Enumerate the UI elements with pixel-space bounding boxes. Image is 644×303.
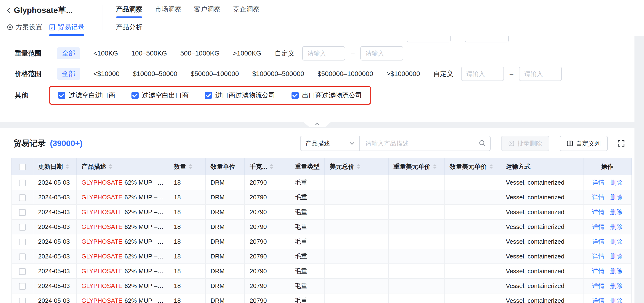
desc-highlight: GLYPHOSATE <box>82 223 122 230</box>
filter-option[interactable]: $10000–50000 <box>133 70 178 78</box>
col-quantity[interactable]: 数量 <box>169 158 206 175</box>
sort-icon[interactable] <box>357 164 360 169</box>
filter-checkbox-item[interactable]: 出口商过滤物流公司 <box>292 91 362 100</box>
sort-icon[interactable] <box>270 164 274 169</box>
detail-link[interactable]: 详情 <box>592 208 604 216</box>
col-usd-per-qty[interactable]: 数量美元单价 <box>445 158 501 175</box>
row-checkbox[interactable] <box>19 239 26 245</box>
main-tab[interactable]: 产品洞察 <box>116 0 142 19</box>
filter-option[interactable]: 全部 <box>57 48 80 59</box>
delete-link[interactable]: 删除 <box>610 238 622 245</box>
filter-checkbox-item[interactable]: 过滤空白进口商 <box>58 91 115 100</box>
cell-actions: 详情删除 <box>583 264 632 278</box>
col-usd-per-weight[interactable]: 重量美元单价 <box>388 158 445 175</box>
nav-trade-records[interactable]: 贸易记录 <box>49 18 84 36</box>
main-tab[interactable]: 客户洞察 <box>194 0 220 19</box>
delete-link[interactable]: 删除 <box>610 297 622 303</box>
col-label: 更新日期 <box>38 162 63 171</box>
cell-quantity: 18 <box>169 293 206 303</box>
filter-checkbox-item[interactable]: 进口商过滤物流公司 <box>205 91 275 100</box>
delete-link[interactable]: 删除 <box>610 179 622 186</box>
nav-plan-settings[interactable]: 方案设置 <box>7 18 42 36</box>
price-max-input[interactable] <box>519 67 562 81</box>
main-tab[interactable]: 竞企洞察 <box>233 0 260 19</box>
cell-weight-type: 毛重 <box>290 175 324 190</box>
detail-link[interactable]: 详情 <box>592 253 604 260</box>
col-update-date[interactable]: 更新日期 <box>33 158 76 175</box>
filter-option[interactable]: 500–1000KG <box>180 50 220 57</box>
detail-link[interactable]: 详情 <box>592 194 604 201</box>
delete-link[interactable]: 删除 <box>610 282 622 290</box>
price-custom-option[interactable]: 自定义 <box>434 69 454 78</box>
filter-option[interactable]: >1000KG <box>233 50 261 57</box>
row-checkbox[interactable] <box>19 283 26 290</box>
filter-option[interactable]: $500000–1000000 <box>318 70 373 78</box>
cell-transport-mode: Vessel, containerized <box>501 293 583 303</box>
detail-link[interactable]: 详情 <box>592 282 604 290</box>
cell-update-date: 2024-05-03 <box>33 204 76 220</box>
filter-option[interactable]: $50000–100000 <box>191 70 239 78</box>
search-field-select[interactable]: 产品描述 <box>300 136 360 151</box>
checkbox-checked-icon[interactable] <box>205 92 212 99</box>
sort-icon[interactable] <box>489 164 493 169</box>
filter-option[interactable]: $100000–500000 <box>252 70 304 78</box>
checkbox-checked-icon[interactable] <box>292 92 299 99</box>
filter-option[interactable]: <100KG <box>93 50 118 57</box>
row-checkbox[interactable] <box>19 224 26 230</box>
clipped-input-left[interactable] <box>407 36 450 42</box>
delete-link[interactable]: 删除 <box>610 253 622 260</box>
custom-columns-button[interactable]: 自定义列 <box>560 136 608 151</box>
sort-icon[interactable] <box>65 164 69 169</box>
detail-link[interactable]: 详情 <box>592 179 604 186</box>
filter-option[interactable]: <$10000 <box>93 70 120 78</box>
delete-link[interactable]: 删除 <box>610 223 622 230</box>
cell-checkbox <box>12 190 33 204</box>
table-row: 2024-05-03 GLYPHOSATE62% MUP – I... 18 D… <box>12 204 632 220</box>
sort-icon[interactable] <box>189 164 192 169</box>
col-kilograms[interactable]: 千克... <box>244 158 290 175</box>
row-checkbox[interactable] <box>19 298 26 303</box>
col-quantity-unit: 数量单位 <box>206 158 244 175</box>
col-product-desc[interactable]: 产品描述 <box>76 158 169 175</box>
tab-product-analysis[interactable]: 产品分析 <box>116 19 142 36</box>
filter-checkbox-item[interactable]: 过滤空白出口商 <box>132 91 189 100</box>
cell-actions: 详情删除 <box>583 220 632 234</box>
filter-option[interactable]: 100–500KG <box>132 50 167 57</box>
row-checkbox[interactable] <box>19 180 26 186</box>
weight-max-input[interactable] <box>360 46 403 60</box>
col-usd-total[interactable]: 美元总价 <box>324 158 388 175</box>
filter-option[interactable]: >$1000000 <box>386 70 420 78</box>
main-tab[interactable]: 市场洞察 <box>155 0 182 19</box>
fullscreen-icon[interactable] <box>617 140 625 147</box>
search-input[interactable] <box>359 136 490 151</box>
delete-link[interactable]: 删除 <box>610 194 622 201</box>
sort-icon[interactable] <box>433 164 437 169</box>
detail-link[interactable]: 详情 <box>592 238 604 245</box>
table-row: 2024-05-03 GLYPHOSATE62% MUP – I... 18 D… <box>12 293 632 303</box>
weight-custom-option[interactable]: 自定义 <box>274 49 294 58</box>
row-checkbox[interactable] <box>19 268 26 275</box>
row-checkbox[interactable] <box>19 194 26 201</box>
delete-link[interactable]: 删除 <box>610 208 622 216</box>
columns-icon <box>567 140 573 146</box>
filter-option[interactable]: 全部 <box>57 68 80 80</box>
back-icon[interactable]: ‹ <box>7 5 10 14</box>
cell-transport-mode: Vessel, containerized <box>501 249 583 264</box>
sort-icon[interactable] <box>108 164 112 169</box>
detail-link[interactable]: 详情 <box>592 223 604 230</box>
checkbox-checked-icon[interactable] <box>132 92 138 99</box>
search-icon[interactable] <box>479 140 486 147</box>
detail-link[interactable]: 详情 <box>592 268 604 275</box>
table-body: 2024-05-03 GLYPHOSATE62% MUP – I... 18 D… <box>12 175 632 303</box>
detail-link[interactable]: 详情 <box>592 297 604 303</box>
row-checkbox[interactable] <box>19 254 26 260</box>
cell-quantity: 18 <box>169 278 206 293</box>
clipped-input-right[interactable] <box>465 36 509 42</box>
row-checkbox[interactable] <box>19 209 26 216</box>
weight-min-input[interactable] <box>302 46 345 60</box>
batch-delete-button[interactable]: 批量删除 <box>501 136 549 151</box>
delete-link[interactable]: 删除 <box>610 268 622 275</box>
select-all-checkbox[interactable] <box>19 164 26 170</box>
price-min-input[interactable] <box>461 67 504 81</box>
checkbox-checked-icon[interactable] <box>58 92 65 99</box>
